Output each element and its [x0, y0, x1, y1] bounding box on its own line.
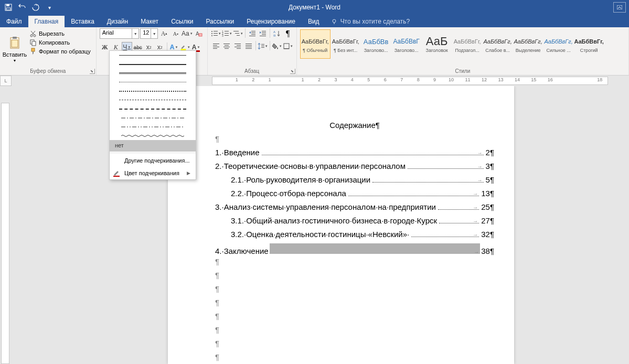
svg-rect-58	[261, 46, 264, 46]
multilevel-list-button[interactable]: ▼	[233, 28, 243, 39]
sort-button[interactable]: AЯ	[272, 28, 282, 39]
group-label-paragraph: Абзац	[211, 68, 293, 75]
borders-button[interactable]: ▼	[283, 41, 293, 51]
tab-selector[interactable]: L	[0, 76, 12, 86]
svg-rect-33	[251, 34, 255, 35]
align-right-button[interactable]	[232, 41, 243, 51]
tab-home[interactable]: Главная	[28, 16, 65, 27]
svg-rect-37	[262, 34, 266, 35]
svg-rect-29	[235, 33, 239, 34]
style-item[interactable]: АаБЗаголовок	[422, 29, 452, 59]
horizontal-ruler[interactable]: 1211234567891011121314151618	[12, 76, 629, 86]
paste-button[interactable]: Вставить ▼	[3, 28, 26, 68]
svg-rect-12	[31, 48, 35, 51]
bullets-button[interactable]: ▼	[211, 28, 221, 39]
svg-point-9	[34, 35, 36, 37]
svg-rect-51	[234, 47, 241, 47]
svg-rect-23	[225, 31, 229, 31]
chevron-down-icon: ▼	[151, 29, 157, 38]
svg-rect-52	[237, 48, 241, 49]
underline-style-double[interactable]	[110, 69, 196, 78]
line-spacing-button[interactable]: ▼	[258, 41, 268, 51]
font-name-combo[interactable]: Arial▼	[100, 28, 140, 39]
ribbon-tabs: Файл Главная Вставка Дизайн Макет Ссылки…	[0, 15, 629, 27]
underline-color[interactable]: Цвет подчеркивания ▶	[110, 167, 196, 179]
save-button[interactable]	[2, 1, 15, 14]
svg-rect-32	[251, 33, 255, 33]
numbering-button[interactable]: 123▼	[222, 28, 232, 39]
paragraph-dialog-launcher[interactable]: ⬊	[290, 69, 295, 74]
format-painter-button[interactable]: Формат по образцу	[27, 47, 93, 56]
svg-rect-42	[213, 45, 217, 46]
align-center-button[interactable]	[221, 41, 232, 51]
undo-button[interactable]	[16, 1, 28, 14]
vertical-ruler[interactable]	[0, 86, 12, 364]
increase-indent-button[interactable]	[258, 28, 268, 39]
style-item[interactable]: АаБбВвГг,Слабое в...	[483, 29, 513, 59]
underline-style-dash[interactable]	[110, 95, 196, 104]
svg-rect-53	[246, 44, 252, 44]
toc-line: 3.·Анализ·системы·управления·персоналом·…	[215, 202, 494, 216]
svg-rect-31	[251, 31, 255, 31]
cut-button[interactable]: Вырезать	[27, 29, 93, 38]
underline-more[interactable]: Другие подчеркивания...	[110, 154, 196, 167]
clipboard-dialog-launcher[interactable]: ⬊	[90, 69, 95, 74]
tab-layout[interactable]: Макет	[134, 16, 165, 27]
group-paragraph: ▼ 123▼ ▼ AЯ ¶ ▼ ▼ ▼ Абза	[208, 27, 297, 75]
underline-none[interactable]: нет	[110, 140, 196, 152]
tab-mailings[interactable]: Рассылки	[199, 16, 240, 27]
ribbon-display-button[interactable]	[613, 2, 626, 13]
show-marks-button[interactable]: ¶	[283, 28, 293, 39]
tab-references[interactable]: Ссылки	[165, 16, 199, 27]
tell-me-search[interactable]: Что вы хотите сделать?	[326, 16, 415, 27]
underline-style-dashdot[interactable]	[110, 113, 196, 122]
svg-rect-35	[262, 31, 266, 31]
qat-customize-button[interactable]: ▾	[43, 1, 56, 14]
style-item[interactable]: АаБбВвГг,Строгий	[574, 29, 604, 59]
underline-style-dotted[interactable]	[110, 78, 196, 87]
svg-rect-17	[214, 31, 218, 31]
document-page[interactable]: Содержание¶ ¶ 1.·Введение→2¶2.·Теоретиче…	[168, 86, 514, 364]
tab-review[interactable]: Рецензирование	[240, 16, 302, 27]
styles-gallery[interactable]: АаБбВвГг,¶ ОбычныйАаБбВвГг,¶ Без инт...А…	[300, 28, 625, 68]
tab-file[interactable]: Файл	[0, 16, 28, 27]
copy-button[interactable]: Копировать	[27, 38, 93, 47]
svg-rect-6	[13, 37, 17, 39]
style-item[interactable]: АаБбВвГг,Выделение	[513, 29, 543, 59]
underline-style-dashdotdot[interactable]	[110, 122, 196, 131]
svg-rect-38	[260, 36, 266, 36]
tab-view[interactable]: Вид	[302, 16, 326, 27]
style-item[interactable]: АаБбВвГг,¶ Без инт...	[331, 29, 361, 59]
underline-style-wave[interactable]	[110, 131, 196, 140]
clear-formatting-button[interactable]: A	[194, 28, 204, 39]
svg-rect-34	[249, 36, 255, 36]
toc-line: 3.2.·Оценка·деятельности·гостиницы·«Невс…	[215, 230, 494, 243]
redo-button[interactable]	[29, 1, 42, 14]
font-size-combo[interactable]: 12▼	[140, 28, 158, 39]
style-item[interactable]: АаБбВвГг,Подзагол...	[452, 29, 483, 59]
underline-style-dash-thick[interactable]	[110, 104, 196, 113]
style-item[interactable]: АаБбВвЗаголово...	[361, 29, 391, 59]
style-item[interactable]: АаБбВвГг,Сильное ...	[543, 29, 574, 59]
underline-style-single[interactable]	[110, 51, 196, 60]
tab-insert[interactable]: Вставка	[65, 16, 101, 27]
paste-icon	[7, 36, 22, 50]
change-case-button[interactable]: Aa▼	[182, 28, 193, 39]
underline-style-thick[interactable]	[110, 60, 196, 69]
svg-rect-44	[213, 48, 217, 49]
decrease-indent-button[interactable]	[247, 28, 258, 39]
shading-button[interactable]: ▼	[272, 41, 282, 51]
style-item[interactable]: АаБбВвГЗаголово...	[391, 29, 422, 59]
bold-button[interactable]: Ж	[100, 42, 110, 52]
style-item[interactable]: АаБбВвГг,¶ Обычный	[300, 29, 331, 59]
shrink-font-button[interactable]: A▾	[170, 28, 181, 39]
underline-style-dotted-thick[interactable]	[110, 87, 196, 95]
svg-rect-27	[225, 35, 229, 36]
grow-font-button[interactable]: A▴	[159, 28, 169, 39]
justify-button[interactable]	[243, 41, 254, 51]
svg-rect-61	[284, 48, 289, 49]
chevron-right-icon: ▶	[187, 170, 190, 176]
align-left-button[interactable]	[211, 41, 221, 51]
tab-design[interactable]: Дизайн	[101, 16, 134, 27]
doc-paragraph: ¶	[215, 134, 494, 148]
